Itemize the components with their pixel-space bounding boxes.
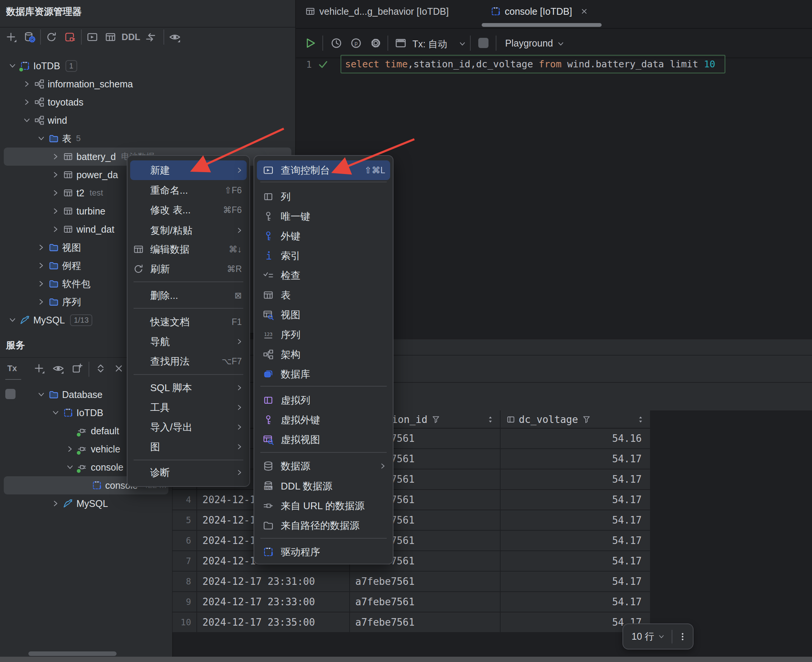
chevron-right-icon[interactable]	[36, 243, 46, 252]
menu-item-复制-粘贴[interactable]: 复制/粘贴	[127, 220, 249, 240]
open-in-new-tab-button[interactable]	[71, 362, 83, 374]
chevron-down-icon[interactable]	[458, 39, 467, 48]
close-button[interactable]	[113, 362, 125, 374]
menu-item-来自-URL-的数据源[interactable]: 来自 URL 的数据源	[254, 496, 393, 516]
chevron-right-icon[interactable]	[36, 279, 46, 289]
profile-button[interactable]: p	[350, 37, 362, 50]
horizontal-scrollbar-thumb[interactable]	[28, 651, 117, 656]
menu-item-新建[interactable]: 新建	[127, 161, 249, 180]
close-tab-icon[interactable]	[580, 7, 589, 16]
chevron-right-icon[interactable]	[36, 297, 46, 307]
filter-icon[interactable]	[431, 415, 441, 424]
chevron-down-icon[interactable]	[8, 61, 18, 71]
menu-item-外键[interactable]: 外键	[254, 226, 393, 246]
cell-dc-voltage[interactable]: 54.17	[501, 469, 651, 489]
menu-item-虚拟列[interactable]: 虚拟列	[254, 390, 393, 410]
expand-all-button[interactable]	[95, 362, 107, 374]
menu-item-查询控制台[interactable]: 查询控制台⇧⌘L	[254, 161, 393, 180]
chevron-right-icon[interactable]	[51, 188, 61, 198]
menu-item-架构[interactable]: 架构	[254, 345, 393, 364]
menu-item-唯一键[interactable]: 唯一键	[254, 207, 393, 226]
cell-dc-voltage[interactable]: 54.17	[501, 551, 651, 571]
grid-header-dc_voltage[interactable]: dc_voltage	[501, 410, 651, 429]
menu-item-来自路径的数据源[interactable]: 来自路径的数据源	[254, 516, 393, 535]
chevron-down-icon[interactable]	[36, 133, 46, 143]
menu-item-驱动程序[interactable]: 驱动程序	[254, 542, 393, 562]
table-row[interactable]: 102024-12-17 23:35:00a7febe756154.17	[172, 612, 651, 633]
tree-item-toyotads[interactable]: toyotads	[0, 93, 295, 111]
more-options-button[interactable]	[678, 632, 688, 641]
chevron-right-icon[interactable]	[51, 498, 61, 508]
menu-item-数据源[interactable]: 数据源	[254, 456, 393, 476]
jump-to-editor-button[interactable]	[145, 31, 157, 43]
cell-dc-voltage[interactable]: 54.17	[501, 592, 651, 612]
chevron-right-icon[interactable]	[65, 444, 75, 454]
menu-item-刷新[interactable]: 刷新⌘R	[127, 259, 249, 279]
chevron-down-icon[interactable]	[36, 390, 46, 400]
sql-statement[interactable]: select time,station_id,dc_voltage from w…	[341, 55, 725, 73]
menu-item-DDL-数据源[interactable]: DDLDDL 数据源	[254, 476, 393, 496]
datasource-settings-button[interactable]	[24, 31, 35, 43]
table-row[interactable]: 52024-12-1a7febe756154.17	[172, 510, 651, 531]
menu-item-编辑数据[interactable]: 编辑数据⌘↓	[127, 239, 249, 259]
menu-item-检查[interactable]: 检查	[254, 265, 393, 285]
filter-icon[interactable]	[582, 415, 591, 424]
chevron-right-icon[interactable]	[51, 206, 61, 216]
chevron-right-icon[interactable]	[51, 152, 61, 162]
menu-item-快速文档[interactable]: 快速文档F1	[127, 312, 249, 332]
tab-vehicle-tab[interactable]: vehicle_d...g_behavior [IoTDB]	[305, 0, 449, 23]
sort-icon[interactable]	[486, 415, 495, 424]
menu-item-列[interactable]: 列	[254, 187, 393, 207]
cell-dc-voltage[interactable]: 54.17	[501, 572, 651, 591]
query-console-button[interactable]	[86, 31, 98, 43]
cell-station-id[interactable]: a7febe7561	[350, 572, 501, 591]
menu-item-图[interactable]: 图	[127, 437, 249, 456]
table-row[interactable]: 62024-12-1a7febe756154.17	[172, 531, 651, 551]
menu-item-表[interactable]: 表	[254, 285, 393, 305]
add-service-button[interactable]	[33, 362, 45, 374]
chevron-down-icon[interactable]	[556, 39, 565, 48]
chevron-right-icon[interactable]	[36, 260, 46, 270]
menu-item-索引[interactable]: 索引	[254, 246, 393, 265]
add-button[interactable]	[5, 31, 18, 43]
show-options-button[interactable]	[52, 362, 64, 374]
menu-item-数据库[interactable]: 数据库	[254, 364, 393, 384]
chevron-down-icon[interactable]	[22, 116, 32, 125]
chevron-down-icon[interactable]	[8, 315, 18, 325]
chevron-down-icon[interactable]	[51, 408, 61, 418]
menu-item-虚拟视图[interactable]: 虚拟视图	[254, 430, 393, 449]
cell-dc-voltage[interactable]: 54.17	[501, 510, 651, 530]
tx-mode-button[interactable]: Tx	[4, 362, 21, 374]
menu-item-SQL-脚本[interactable]: SQL 脚本	[127, 378, 249, 398]
menu-item-删除-[interactable]: 删除...⊠	[127, 286, 249, 305]
disconnect-button[interactable]	[64, 31, 76, 43]
row-count-selector[interactable]: 10 行	[632, 630, 654, 643]
table-editor-button[interactable]	[105, 31, 117, 43]
tree-item-wind[interactable]: wind	[0, 111, 295, 129]
menu-item-序列[interactable]: 123序列	[254, 325, 393, 345]
tree-item-information-schema[interactable]: information_schema	[0, 75, 295, 93]
tree-item-tables-folder[interactable]: 表5	[0, 129, 295, 148]
cell-dc-voltage[interactable]: 54.16	[501, 429, 651, 448]
menu-item-重命名-[interactable]: 重命名...⇧F6	[127, 180, 249, 200]
chevron-down-icon[interactable]	[65, 462, 75, 472]
cell-dc-voltage[interactable]: 54.17	[501, 449, 651, 469]
cell-time[interactable]: 2024-12-17 23:31:00	[197, 572, 350, 591]
chevron-right-icon[interactable]	[51, 170, 61, 180]
table-row[interactable]: 82024-12-17 23:31:00a7febe756154.17	[172, 572, 651, 592]
chevron-right-icon[interactable]	[51, 224, 61, 234]
preview-button[interactable]	[169, 31, 181, 43]
tree-item-iotdb[interactable]: IoTDB1	[0, 57, 295, 75]
ddl-button[interactable]: DDL	[121, 31, 141, 43]
run-button[interactable]	[304, 37, 316, 50]
cell-time[interactable]: 2024-12-17 23:35:00	[197, 612, 350, 632]
menu-item-视图[interactable]: 视图	[254, 305, 393, 325]
menu-item-工具[interactable]: 工具	[127, 398, 249, 417]
menu-item-诊断[interactable]: 诊断	[127, 463, 249, 482]
menu-item-查找用法[interactable]: 查找用法⌥F7	[127, 352, 249, 371]
chevron-right-icon[interactable]	[22, 79, 32, 89]
table-row[interactable]: 42024-12-1a7febe756154.17	[172, 490, 651, 510]
tree-item-mysql-connection[interactable]: MySQL	[0, 495, 172, 513]
menu-item-导入-导出[interactable]: 导入/导出	[127, 417, 249, 437]
table-row[interactable]: 72024-12-1a7febe756154.17	[172, 551, 651, 572]
